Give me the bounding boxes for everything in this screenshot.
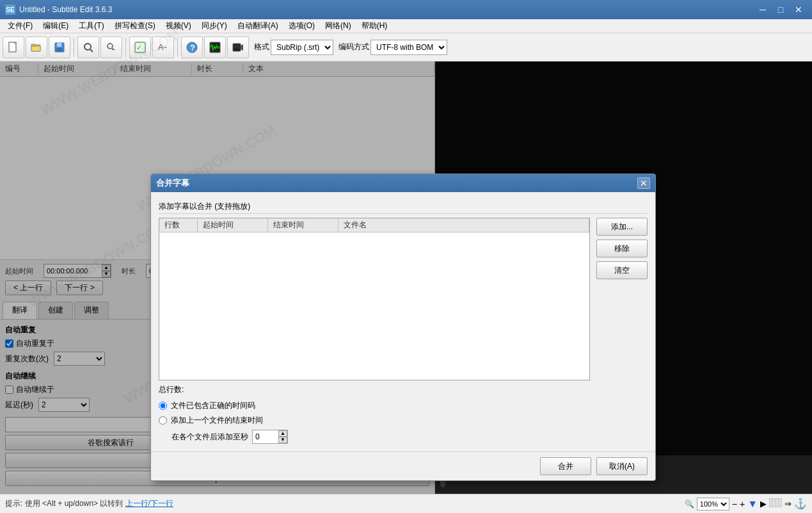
dialog-col-filename: 文件名 <box>338 218 589 232</box>
menu-autotranslate[interactable]: 自动翻译(A) <box>232 19 283 33</box>
svg-text:~: ~ <box>163 44 167 51</box>
cancel-button[interactable]: 取消(A) <box>596 457 648 475</box>
marker-icon: ▼ <box>747 498 758 510</box>
open-button[interactable] <box>26 37 47 58</box>
total-label: 总行数: <box>159 384 184 395</box>
dialog-body: 添加字幕以合并 (支持拖放) 行数 起始时间 结束时间 文件名 添加... 移 <box>151 192 655 452</box>
video-btn[interactable] <box>227 37 249 58</box>
dialog-title: 合并字幕 <box>156 177 189 189</box>
radio-row-2: 添加上一个文件的结束时间 <box>159 415 648 426</box>
zoom-plus[interactable]: + <box>740 499 745 509</box>
save-button[interactable] <box>49 37 70 58</box>
zoom-minus[interactable]: − <box>732 499 737 509</box>
seconds-label: 在各个文件后添加至秒 <box>171 432 248 443</box>
format-label: 格式 <box>254 42 269 53</box>
dialog-col-start: 起始时间 <box>198 218 268 232</box>
zoom-icon: 🔍 <box>685 500 694 509</box>
dialog-table-body[interactable] <box>159 232 589 380</box>
svg-line-9 <box>90 49 93 52</box>
svg-text:?: ? <box>190 43 195 53</box>
merge-button[interactable]: 合并 <box>540 457 591 475</box>
radio-group: 文件已包含正确的时间码 添加上一个文件的结束时间 在各个文件后添加至秒 ▲ ▼ <box>159 400 648 444</box>
menu-network[interactable]: 网络(N) <box>320 19 356 33</box>
radio-append[interactable] <box>159 416 167 425</box>
seconds-up[interactable]: ▲ <box>278 430 287 437</box>
menu-video[interactable]: 视频(V) <box>161 19 196 33</box>
new-button[interactable] <box>3 37 24 58</box>
menu-help[interactable]: 帮助(H) <box>356 19 393 33</box>
radio-timecode-label: 文件已包含正确的时间码 <box>171 400 255 411</box>
status-bar: 提示: 使用 <Alt + up/down> 以转到 上一行/下一行 🔍 100… <box>0 494 812 513</box>
clear-button[interactable]: 清空 <box>596 261 648 279</box>
toolbar-sep-2 <box>125 38 126 57</box>
toolbar: ↔ ✓ A~ ? 格式 SubRip (.srt) 编码方式 UTF-8 wit… <box>0 33 812 61</box>
title-bar: SE Untitled - Subtitle Edit 3.6.3 ─ □ ✕ <box>0 0 812 19</box>
play-button[interactable]: ▶ <box>760 499 767 509</box>
svg-marker-21 <box>241 44 243 51</box>
close-button[interactable]: ✕ <box>790 3 807 16</box>
menu-tools[interactable]: 工具(T) <box>74 19 109 33</box>
fix-button[interactable]: ✓ <box>129 37 151 58</box>
menu-file[interactable]: 文件(F) <box>3 19 38 33</box>
menu-edit[interactable]: 编辑(E) <box>38 19 74 33</box>
encoding-label: 编码方式 <box>338 42 369 53</box>
dialog-table[interactable]: 行数 起始时间 结束时间 文件名 <box>159 218 590 380</box>
dialog-title-bar: 合并字幕 ✕ <box>151 174 655 192</box>
seconds-row: 在各个文件后添加至秒 ▲ ▼ <box>171 430 648 444</box>
svg-text:↔: ↔ <box>111 47 116 53</box>
svg-point-8 <box>84 44 91 50</box>
dialog-section-label: 添加字幕以合并 (支持拖放) <box>159 200 648 214</box>
seconds-down[interactable]: ▼ <box>278 437 287 443</box>
menu-spellcheck[interactable]: 拼写检查(S) <box>109 19 161 33</box>
dialog-col-rows: 行数 <box>159 218 198 232</box>
format-select[interactable]: SubRip (.srt) <box>271 40 333 55</box>
menu-options[interactable]: 选项(O) <box>283 19 320 33</box>
svg-text:✓: ✓ <box>136 44 142 51</box>
status-hint: 提示: 使用 <Alt + up/down> 以转到 上一行/下一行 <box>5 498 173 509</box>
menu-bar: 文件(F) 编辑(E) 工具(T) 拼写检查(S) 视频(V) 同步(Y) 自动… <box>0 19 812 33</box>
help-button[interactable]: ? <box>181 37 203 58</box>
merge-dialog: 合并字幕 ✕ 添加字幕以合并 (支持拖放) 行数 起始时间 结束时间 文件名 <box>150 174 656 481</box>
svg-rect-7 <box>56 48 63 51</box>
zoom-controls: 🔍 100% − + ▼ ▶ ⇒ ⚓ <box>685 498 807 510</box>
svg-rect-6 <box>57 43 61 47</box>
title-bar-controls: ─ □ ✕ <box>754 3 807 16</box>
dialog-footer: 合并 取消(A) <box>151 452 655 480</box>
waveform-view-button[interactable] <box>769 498 782 509</box>
anchor-icon: ⚓ <box>794 498 807 510</box>
spellcheck-button[interactable]: A~ <box>152 37 174 58</box>
toolbar-sep-3 <box>177 38 178 57</box>
remove-button[interactable]: 移除 <box>596 240 648 257</box>
search-button[interactable] <box>77 37 99 58</box>
seconds-spinners: ▲ ▼ <box>278 430 287 443</box>
radio-row-1: 文件已包含正确的时间码 <box>159 400 648 411</box>
maximize-button[interactable]: □ <box>772 3 789 16</box>
dialog-close-button[interactable]: ✕ <box>637 177 650 189</box>
dialog-table-header: 行数 起始时间 结束时间 文件名 <box>159 218 589 232</box>
timeline-button[interactable]: ⇒ <box>784 499 792 509</box>
add-button[interactable]: 添加... <box>596 218 648 236</box>
dialog-action-buttons: 添加... 移除 清空 <box>596 218 648 380</box>
toolbar-sep-1 <box>74 38 74 57</box>
seconds-input[interactable] <box>253 430 278 443</box>
status-link[interactable]: 上一行/下一行 <box>125 499 173 508</box>
radio-timecode[interactable] <box>159 402 167 410</box>
window-title: Untitled - Subtitle Edit 3.6.3 <box>19 5 112 14</box>
dialog-col-end: 结束时间 <box>268 218 338 232</box>
dialog-table-area: 行数 起始时间 结束时间 文件名 添加... 移除 清空 <box>159 218 648 380</box>
radio-append-label: 添加上一个文件的结束时间 <box>171 415 263 426</box>
svg-rect-22 <box>234 44 240 51</box>
menu-sync[interactable]: 同步(Y) <box>196 19 232 33</box>
app-icon: SE <box>5 4 15 15</box>
zoom-select[interactable]: 100% <box>697 498 729 510</box>
waveform-button[interactable] <box>204 37 226 58</box>
modal-overlay: 合并字幕 ✕ 添加字幕以合并 (支持拖放) 行数 起始时间 结束时间 文件名 <box>0 61 812 494</box>
title-bar-left: SE Untitled - Subtitle Edit 3.6.3 <box>5 4 112 15</box>
find-replace-button[interactable]: ↔ <box>100 37 122 58</box>
total-row: 总行数: <box>159 384 648 395</box>
svg-rect-3 <box>31 46 40 51</box>
svg-rect-4 <box>31 44 35 46</box>
encoding-select[interactable]: UTF-8 with BOM <box>370 40 447 55</box>
minimize-button[interactable]: ─ <box>754 3 771 16</box>
seconds-input-wrapper: ▲ ▼ <box>252 430 288 444</box>
